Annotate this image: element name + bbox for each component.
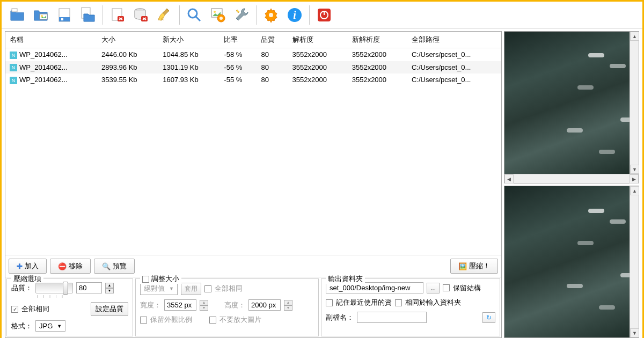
toolbar-separator [103, 5, 103, 25]
output-options-title: 輸出資料夾 [326, 274, 365, 284]
resize-options-title: 調整大小 [140, 274, 181, 284]
preview-image-original[interactable] [504, 32, 630, 174]
browse-button[interactable]: ... [427, 283, 440, 293]
magnifier-icon: 🔍 [102, 262, 111, 270]
scroll-up-icon[interactable]: ▲ [630, 186, 639, 195]
info-icon[interactable]: i [283, 4, 306, 26]
open-folder-icon[interactable] [6, 4, 28, 26]
height-spinner[interactable]: ▲▼ [284, 300, 292, 311]
format-select[interactable]: JPG▼ [35, 320, 65, 332]
toolbar-separator [309, 5, 310, 25]
same-as-input-label: 相同於輸入資料夾 [405, 298, 461, 307]
preview-compressed: ▲▼ [504, 186, 639, 338]
scroll-right-icon[interactable]: ▶ [630, 174, 639, 183]
scrollbar-vertical[interactable]: ▲▼ [630, 186, 639, 337]
svg-point-16 [269, 13, 273, 17]
no-enlarge-checkbox[interactable] [209, 317, 216, 324]
resize-mode-select[interactable]: 絕對值▼ [140, 282, 178, 295]
save-icon[interactable] [53, 4, 76, 26]
col-res[interactable]: 解析度 [288, 32, 348, 48]
plus-icon: ✚ [17, 262, 23, 270]
power-off-icon[interactable] [313, 4, 335, 26]
col-path[interactable]: 全部路徑 [407, 32, 501, 48]
svg-rect-5 [61, 18, 63, 20]
toolbar-separator [256, 5, 257, 25]
col-newsize[interactable]: 新大小 [158, 32, 219, 48]
zoom-icon[interactable] [183, 4, 206, 26]
keep-structure-label: 保留結構 [453, 283, 481, 293]
add-button[interactable]: ✚加入 [9, 259, 47, 274]
resize-all-same-checkbox[interactable] [204, 285, 211, 292]
compress-button[interactable]: 🖼️壓縮！ [450, 259, 498, 274]
tools-wrench-icon[interactable] [230, 4, 253, 26]
settings-gear-icon[interactable] [260, 4, 282, 26]
clean-brush-icon[interactable] [153, 4, 176, 26]
toolbar-separator [179, 5, 180, 25]
svg-point-11 [188, 9, 197, 18]
col-newres[interactable]: 新解析度 [348, 32, 407, 48]
width-input[interactable] [164, 299, 196, 311]
col-ratio[interactable]: 比率 [219, 32, 257, 48]
svg-point-13 [214, 11, 216, 13]
quality-input[interactable] [76, 282, 102, 293]
main-toolbar: i [2, 2, 642, 29]
scroll-down-icon[interactable]: ▼ [630, 165, 639, 174]
remember-recent-label: 記住最近使用的資 [336, 298, 392, 307]
remove-button[interactable]: ⛔移除 [50, 259, 91, 274]
format-label: 格式： [11, 321, 32, 331]
remember-recent-checkbox[interactable] [326, 299, 333, 306]
same-as-input-checkbox[interactable] [395, 299, 402, 306]
scrollbar-vertical[interactable]: ▲▼ [630, 32, 639, 174]
resize-all-same-label: 全部相同 [215, 284, 243, 293]
svg-rect-4 [59, 17, 70, 21]
col-quality[interactable]: 品質 [257, 32, 288, 48]
file-list-panel: 名稱 大小 新大小 比率 品質 解析度 新解析度 全部路徑 NWP_201406… [5, 31, 502, 338]
col-size[interactable]: 大小 [97, 32, 158, 48]
delete-file-icon[interactable] [106, 4, 129, 26]
open-folder-photo-icon[interactable] [30, 4, 52, 26]
preview-button[interactable]: 🔍預覽 [94, 259, 135, 274]
height-input[interactable] [248, 299, 281, 311]
preview-original: ▲▼ ◀▶ [504, 31, 639, 183]
refresh-icon: ↻ [486, 314, 492, 321]
table-row[interactable]: NWP_2014062...2446.00 Kb1044.85 Kb-58 %8… [5, 48, 501, 61]
image-icon: 🖼️ [458, 262, 467, 270]
output-folder-input[interactable] [326, 282, 423, 293]
svg-text:i: i [293, 9, 296, 21]
quality-slider[interactable] [35, 283, 73, 293]
chevron-down-icon: ▼ [169, 286, 174, 291]
quality-spinner[interactable]: ▲▼ [105, 283, 114, 293]
scroll-down-icon[interactable]: ▼ [630, 328, 639, 337]
apply-button[interactable]: 套用 [181, 283, 201, 295]
image-settings-icon[interactable] [207, 4, 229, 26]
scroll-left-icon[interactable]: ◀ [504, 174, 514, 183]
compress-options-group: 壓縮選項 品質： ▲▼ ||||| ✓ 全部相同 設定品質 [6, 278, 133, 336]
quality-label: 品質： [11, 283, 32, 293]
all-same-checkbox[interactable]: ✓ [11, 306, 18, 313]
col-name[interactable]: 名稱 [5, 32, 97, 48]
keep-ratio-label: 保留外觀比例 [150, 315, 192, 325]
width-spinner[interactable]: ▲▼ [200, 300, 208, 311]
no-enlarge-label: 不要放大圖片 [219, 315, 261, 325]
keep-structure-checkbox[interactable] [443, 284, 450, 291]
save-to-folder-icon[interactable] [77, 4, 99, 26]
resize-enable-checkbox[interactable] [142, 276, 149, 283]
preview-panel: ▲▼ ◀▶ ▲▼ [504, 31, 639, 338]
file-type-icon: N [10, 52, 17, 59]
suffix-label: 副檔名： [326, 313, 354, 322]
suffix-input[interactable] [357, 312, 427, 323]
scroll-up-icon[interactable]: ▲ [630, 32, 639, 41]
file-table: 名稱 大小 新大小 比率 品質 解析度 新解析度 全部路徑 NWP_201406… [5, 32, 501, 86]
table-row[interactable]: NWP_2014062...3539.55 Kb1607.93 Kb-55 %8… [5, 74, 501, 86]
set-quality-button[interactable]: 設定品質 [91, 302, 128, 316]
preview-image-compressed[interactable] [504, 186, 630, 337]
keep-ratio-checkbox[interactable] [140, 317, 147, 324]
scrollbar-horizontal[interactable]: ◀▶ [504, 174, 639, 183]
resize-options-group: 調整大小 絕對值▼ 套用 全部相同 寬度： ▲▼ 高度： [135, 278, 319, 336]
table-row[interactable]: NWP_2014062...2893.96 Kb1301.19 Kb-56 %8… [5, 61, 501, 74]
delete-drive-icon[interactable] [130, 4, 152, 26]
svg-point-15 [219, 17, 223, 20]
reset-suffix-button[interactable]: ↻ [482, 312, 495, 323]
options-panels: 壓縮選項 品質： ▲▼ ||||| ✓ 全部相同 設定品質 [5, 277, 501, 337]
chevron-down-icon: ▼ [57, 324, 62, 329]
